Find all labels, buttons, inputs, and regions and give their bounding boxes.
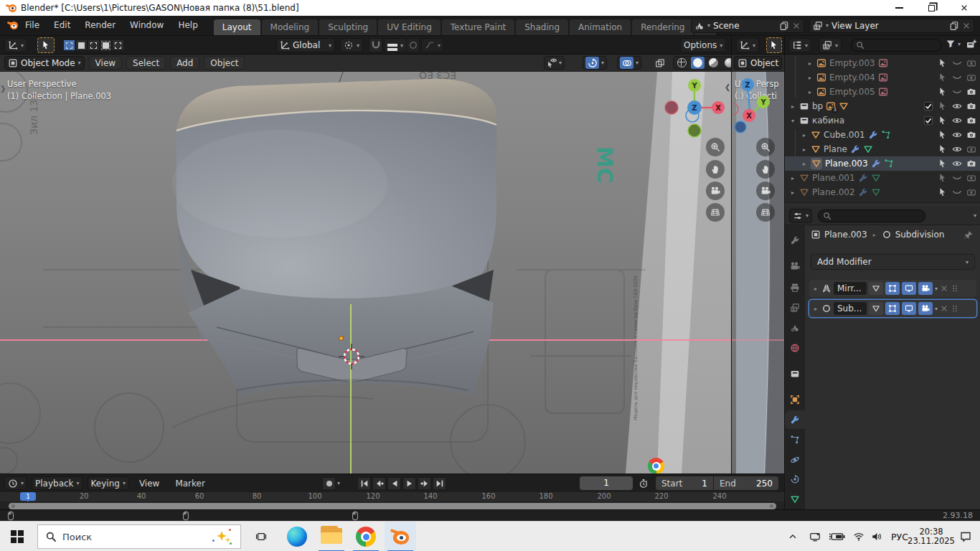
tab-texture-paint[interactable]: Texture Paint <box>442 19 514 35</box>
mirror-name-field[interactable]: Mirr... <box>834 282 867 295</box>
render-off-icon[interactable] <box>966 144 976 154</box>
add-modifier-button[interactable]: Add Modifier▾ <box>811 254 975 270</box>
scene-unlink-icon[interactable] <box>792 22 801 30</box>
outliner-item-plane003-selected[interactable]: ▸Plane.003 <box>785 156 980 171</box>
shading-material[interactable] <box>707 57 720 69</box>
menu-edit[interactable]: Edit <box>47 16 77 35</box>
outliner-item-plane001[interactable]: ▸Plane.001 <box>785 171 980 185</box>
selectable-icon[interactable] <box>938 87 948 97</box>
subdivision-editmode-toggle[interactable] <box>869 302 883 315</box>
show-icon[interactable] <box>952 101 962 111</box>
taskbar-blender-active[interactable] <box>385 522 416 551</box>
timeline-ruler[interactable]: 20 40 60 80 100 120 140 160 180 200 220 … <box>0 492 784 501</box>
gizmo2-axis-neg-z[interactable] <box>735 121 746 133</box>
camera-view-button-2[interactable] <box>756 182 775 200</box>
selectable-icon[interactable] <box>938 58 948 68</box>
playback-menu[interactable]: Playback▾ <box>32 476 83 490</box>
hide-icon[interactable] <box>952 173 962 183</box>
tab-constraints[interactable] <box>785 470 805 489</box>
render-off-icon[interactable] <box>966 173 976 183</box>
xray-toggle[interactable] <box>653 57 666 69</box>
mirror-delete-icon[interactable] <box>940 284 948 293</box>
overlays-icon[interactable] <box>620 57 633 69</box>
restore-button[interactable] <box>915 0 948 16</box>
transform-orientation[interactable]: Global ▾ <box>276 38 335 52</box>
view-layer-selector[interactable]: ▾ View Layer <box>809 19 974 33</box>
navigation-gizmo[interactable]: Y Z X <box>660 75 731 143</box>
tab-world[interactable] <box>785 339 805 357</box>
editor-type-selector-2[interactable]: ▾ <box>736 38 759 52</box>
select-mode-subtract[interactable] <box>88 39 100 51</box>
modifier-subdivision[interactable]: ▸ Sub... ▾ <box>809 300 976 317</box>
subdivision-cage-toggle[interactable] <box>885 302 900 315</box>
viewport-menu-add[interactable]: Add <box>170 56 199 70</box>
outliner-filter-button[interactable]: ▾ <box>946 39 961 49</box>
options-label[interactable]: Options <box>684 40 717 50</box>
shading-rendered[interactable] <box>722 57 731 69</box>
outliner-item-plane002[interactable]: ▸Plane.002 <box>785 185 980 199</box>
tray-volume-button[interactable] <box>867 522 887 551</box>
tab-view-layer[interactable] <box>785 298 805 317</box>
mirror-render-toggle[interactable] <box>918 282 933 295</box>
camera-view-button[interactable] <box>706 182 725 200</box>
outliner-filter-mode[interactable]: ▾ <box>819 38 842 52</box>
tab-scene[interactable] <box>785 319 805 337</box>
tab-shading[interactable]: Shading <box>516 19 568 35</box>
selectable-icon[interactable] <box>938 72 948 83</box>
tab-sculpting[interactable]: Sculpting <box>319 19 377 35</box>
render-off-icon[interactable] <box>966 58 976 68</box>
selectable-icon[interactable] <box>938 187 948 197</box>
tab-physics[interactable] <box>785 451 805 469</box>
show-icon[interactable] <box>952 159 962 169</box>
new-collection-button[interactable] <box>966 39 977 52</box>
mirror-cage-toggle[interactable] <box>885 282 900 295</box>
mode-selector[interactable]: Object Mode ▾ <box>4 56 85 70</box>
subdivision-realtime-toggle[interactable] <box>902 302 916 315</box>
outliner-collection-kabina[interactable]: ▾кабина <box>785 113 980 128</box>
tab-uv-editing[interactable]: UV Editing <box>378 19 440 35</box>
view-layer-name[interactable]: View Layer <box>831 21 946 31</box>
shading-solid[interactable] <box>691 57 705 69</box>
subdivision-name-field[interactable]: Sub... <box>834 302 867 315</box>
scene-copy-icon[interactable] <box>779 21 789 31</box>
object-visibility-dropdown[interactable]: ▾ <box>544 56 565 70</box>
menu-render[interactable]: Render <box>77 16 123 35</box>
jump-to-end-button[interactable] <box>433 477 446 490</box>
taskbar-chrome[interactable] <box>350 522 382 551</box>
tray-clock[interactable]: 20:38 23.11.2025 <box>913 522 950 551</box>
mode-label[interactable]: Object Mode <box>21 58 75 68</box>
viewport-menu-object[interactable]: Object <box>204 56 245 70</box>
render-icon[interactable] <box>966 159 976 169</box>
ortho-toggle-button[interactable] <box>706 203 725 222</box>
overlays-toggle[interactable]: ▾ <box>617 56 641 70</box>
scene-dropdown-icon[interactable]: ▾ <box>707 22 710 29</box>
tab-object-data[interactable] <box>785 490 805 509</box>
subdivision-extras-dropdown[interactable]: ▾ <box>935 306 938 312</box>
next-keyframe-button[interactable] <box>418 477 431 490</box>
current-frame-field[interactable]: 1 <box>580 476 633 490</box>
minimize-button[interactable] <box>883 0 915 16</box>
gizmo-axis-neg-y[interactable] <box>688 124 701 137</box>
copilot-sparkle-icon[interactable] <box>212 527 233 546</box>
zoom-button-2[interactable] <box>756 138 775 156</box>
hide-icon[interactable] <box>952 58 962 68</box>
selectable-icon[interactable] <box>938 130 948 140</box>
render-icon[interactable] <box>966 116 976 126</box>
outliner-collection-bp[interactable]: ▸bp 3 <box>785 99 980 113</box>
blender-menu-logo[interactable] <box>7 22 18 29</box>
view-layer-copy-icon[interactable] <box>949 21 959 31</box>
collection-checkbox[interactable] <box>923 116 933 126</box>
play-reverse-button[interactable] <box>387 477 401 490</box>
breadcrumb-modifier-name[interactable]: Subdivision <box>895 230 945 240</box>
gizmo-toggle[interactable]: ▾ <box>583 56 607 70</box>
gizmo-icon[interactable] <box>585 57 599 69</box>
start-button[interactable] <box>0 522 34 551</box>
mirror-editmode-toggle[interactable] <box>869 282 883 295</box>
viewport-3d-secondary[interactable]: Object User Persp (.) Collecti Z Y X <box>731 55 784 474</box>
menu-window[interactable]: Window <box>123 16 171 35</box>
menu-help[interactable]: Help <box>171 16 204 35</box>
breadcrumb-object-name[interactable]: Plane.003 <box>824 230 867 240</box>
mode-selector-2[interactable]: Object <box>734 56 782 70</box>
tab-render[interactable] <box>785 257 805 276</box>
auto-key-dropdown[interactable]: ▾ <box>337 480 340 486</box>
